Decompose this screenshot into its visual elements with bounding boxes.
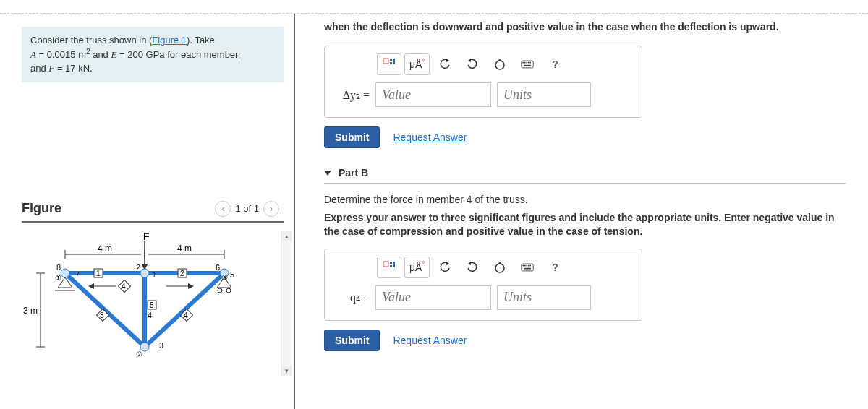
part-b-instruction: Express your answer to three significant… xyxy=(324,211,846,238)
svg-text:6: 6 xyxy=(216,263,220,272)
svg-rect-77 xyxy=(528,265,529,267)
svg-marker-69 xyxy=(446,262,449,265)
figure-image: 4 m 4 m F 3 m xyxy=(22,231,284,376)
figure-scrollbar[interactable]: ▴ ▾ xyxy=(281,231,291,376)
reset-button[interactable] xyxy=(488,53,512,75)
dim-4m-right: 4 m xyxy=(177,244,192,254)
problem-statement: Consider the truss shown in (Figure 1). … xyxy=(22,27,284,82)
svg-text:①: ① xyxy=(55,274,61,282)
svg-rect-50 xyxy=(383,59,388,64)
svg-text:2: 2 xyxy=(136,263,140,272)
scroll-down-button[interactable]: ▾ xyxy=(281,366,292,376)
svg-point-14 xyxy=(61,269,69,277)
dim-4m-left: 4 m xyxy=(98,244,112,254)
chevron-down-icon xyxy=(324,171,331,176)
part-a-label: Δy₂ = xyxy=(333,88,370,102)
svg-point-22 xyxy=(226,288,231,293)
part-b-value-input[interactable] xyxy=(375,285,491,310)
undo-button[interactable] xyxy=(433,53,457,75)
svg-text:4: 4 xyxy=(184,311,188,319)
svg-text:1: 1 xyxy=(96,270,101,277)
svg-rect-58 xyxy=(522,61,533,68)
figure-divider xyxy=(22,221,284,223)
part-b-request-answer-link[interactable]: Request Answer xyxy=(393,335,467,346)
svg-text:5: 5 xyxy=(230,270,234,279)
svg-rect-66 xyxy=(390,262,392,264)
part-a-answer-box: μÅ° ? Δy₂ = xyxy=(324,46,642,118)
svg-text:4: 4 xyxy=(122,283,126,290)
part-b-label: q₄ = xyxy=(333,290,370,304)
svg-point-15 xyxy=(140,269,149,277)
svg-marker-54 xyxy=(446,59,449,62)
pager-label: 1 of 1 xyxy=(235,203,259,214)
pager-prev-button[interactable]: ‹ xyxy=(215,201,231,217)
svg-text:②: ② xyxy=(136,350,142,358)
help-button[interactable]: ? xyxy=(542,257,567,278)
special-chars-button[interactable]: μÅ° xyxy=(404,257,430,278)
svg-text:5: 5 xyxy=(150,301,154,309)
svg-rect-68 xyxy=(393,262,395,267)
svg-point-56 xyxy=(495,61,504,69)
svg-text:8: 8 xyxy=(56,263,61,272)
keyboard-button[interactable] xyxy=(515,257,540,278)
svg-rect-60 xyxy=(524,62,526,64)
redo-button[interactable] xyxy=(460,257,485,278)
part-a-units-input[interactable] xyxy=(497,82,591,107)
part-a-request-answer-link[interactable]: Request Answer xyxy=(393,132,467,143)
figure-title: Figure xyxy=(22,201,61,216)
svg-marker-57 xyxy=(498,59,502,61)
val-E: = 200 GPa for each member, xyxy=(116,50,240,61)
svg-marker-47 xyxy=(188,283,194,289)
part-a-toolbar: μÅ° ? xyxy=(333,53,633,75)
reset-button[interactable] xyxy=(488,257,512,278)
templates-button[interactable] xyxy=(377,257,401,278)
text-and2: and xyxy=(30,63,48,74)
svg-rect-65 xyxy=(383,262,388,267)
svg-marker-55 xyxy=(468,59,471,62)
truss-svg: 4 m 4 m F 3 m xyxy=(22,231,253,361)
svg-line-11 xyxy=(65,273,145,347)
svg-text:1: 1 xyxy=(152,270,156,279)
text-and: and xyxy=(90,50,111,61)
svg-rect-75 xyxy=(524,265,526,267)
svg-rect-74 xyxy=(523,265,524,267)
figure-link[interactable]: Figure 1 xyxy=(152,35,187,46)
svg-text:3: 3 xyxy=(100,311,104,319)
part-b-header[interactable]: Part B xyxy=(324,164,846,184)
problem-text-1: Consider the truss shown in ( xyxy=(30,35,152,46)
scroll-up-button[interactable]: ▴ xyxy=(281,231,292,241)
part-b-description: Determine the force in member 4 of the t… xyxy=(324,194,846,205)
svg-text:3: 3 xyxy=(159,341,163,350)
svg-point-21 xyxy=(218,288,222,293)
pager-next-button[interactable]: › xyxy=(263,201,279,217)
svg-rect-62 xyxy=(528,62,529,64)
keyboard-button[interactable] xyxy=(515,53,540,75)
part-b-units-input[interactable] xyxy=(497,285,591,310)
part-a-instruction-fragment: when the deflection is downward and posi… xyxy=(324,21,846,33)
help-button[interactable]: ? xyxy=(542,53,567,75)
svg-rect-78 xyxy=(530,265,532,267)
svg-marker-70 xyxy=(468,262,471,265)
svg-point-71 xyxy=(495,264,504,272)
redo-button[interactable] xyxy=(460,53,485,75)
part-b-answer-box: μÅ° ? q₄ = xyxy=(324,249,642,321)
templates-button[interactable] xyxy=(377,53,401,75)
svg-rect-53 xyxy=(393,59,395,64)
svg-rect-73 xyxy=(522,264,533,271)
svg-marker-45 xyxy=(88,283,94,289)
svg-rect-67 xyxy=(390,265,392,267)
svg-rect-64 xyxy=(524,65,531,66)
part-a-submit-button[interactable]: Submit xyxy=(324,126,380,148)
part-b-title: Part B xyxy=(339,167,368,178)
svg-rect-59 xyxy=(523,62,524,64)
force-F-label: F xyxy=(143,231,150,242)
special-chars-button[interactable]: μÅ° xyxy=(404,53,430,75)
part-b-submit-button[interactable]: Submit xyxy=(324,330,380,351)
svg-rect-52 xyxy=(390,62,392,64)
val-F: = 17 kN. xyxy=(54,63,92,74)
undo-button[interactable] xyxy=(433,257,457,278)
var-A: A xyxy=(30,50,36,61)
figure-pager: ‹ 1 of 1 › xyxy=(215,201,279,217)
dim-3m: 3 m xyxy=(23,306,38,316)
part-a-value-input[interactable] xyxy=(375,82,491,107)
